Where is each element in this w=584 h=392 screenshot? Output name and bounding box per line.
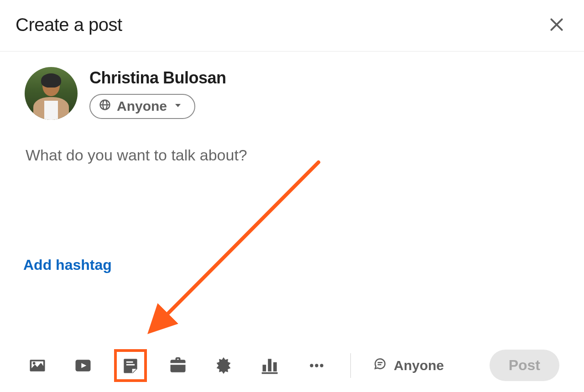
post-button[interactable]: Post — [490, 350, 559, 381]
briefcase-icon — [168, 356, 188, 376]
svg-point-10 — [315, 364, 318, 367]
poll-icon — [259, 356, 281, 376]
globe-icon — [99, 98, 111, 114]
svg-rect-8 — [262, 372, 278, 374]
photo-icon — [27, 356, 47, 376]
svg-point-9 — [310, 364, 313, 367]
svg-rect-6 — [268, 359, 271, 371]
add-document-button[interactable] — [116, 351, 145, 380]
composer — [0, 120, 584, 257]
modal-header: Create a post — [0, 0, 584, 52]
modal-title: Create a post — [16, 15, 122, 35]
svg-rect-7 — [273, 362, 277, 371]
more-tools-button[interactable] — [304, 353, 329, 378]
add-job-button[interactable] — [165, 353, 191, 378]
svg-rect-4 — [126, 364, 135, 365]
toolbar-divider — [350, 353, 351, 378]
document-icon — [120, 356, 141, 376]
audience-label: Anyone — [117, 98, 167, 114]
close-button[interactable] — [545, 13, 568, 36]
author-name: Christina Bulosan — [89, 68, 226, 88]
starburst-icon — [214, 356, 234, 376]
comment-scope-button[interactable]: Anyone — [370, 356, 447, 375]
add-hashtag-link[interactable]: Add hashtag — [23, 257, 112, 273]
svg-rect-3 — [126, 361, 133, 362]
create-poll-button[interactable] — [256, 353, 284, 378]
svg-point-11 — [320, 364, 323, 367]
ellipsis-icon — [307, 356, 327, 376]
audience-selector[interactable]: Anyone — [89, 94, 195, 119]
avatar[interactable] — [25, 67, 78, 120]
comment-scope-label: Anyone — [394, 358, 444, 373]
add-photo-button[interactable] — [25, 353, 50, 378]
video-icon — [73, 356, 93, 376]
close-icon — [548, 15, 566, 34]
caret-down-icon — [172, 98, 183, 114]
svg-rect-5 — [263, 365, 266, 371]
author-row: Christina Bulosan Anyone — [0, 52, 584, 120]
comment-icon — [373, 356, 387, 374]
toolbar: Anyone Post — [0, 350, 584, 381]
celebrate-button[interactable] — [211, 353, 236, 378]
post-textarea[interactable] — [25, 145, 559, 255]
author-meta: Christina Bulosan Anyone — [89, 68, 226, 119]
tool-group — [25, 351, 329, 380]
add-video-button[interactable] — [70, 353, 96, 378]
